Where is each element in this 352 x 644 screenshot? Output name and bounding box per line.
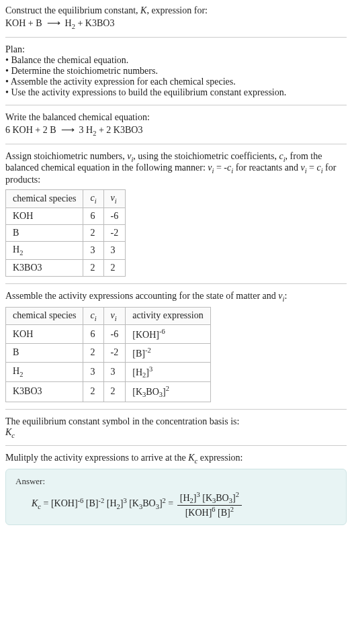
cell-ci: 6 xyxy=(83,325,103,344)
col-ci: ci xyxy=(83,307,103,325)
table-row: K3BO3 2 2 [K3BO3]2 xyxy=(6,382,211,402)
cell-species: H2 xyxy=(6,362,83,381)
balanced: Write the balanced chemical equation: 6 … xyxy=(5,112,347,137)
plan-b2: • Determine the stoichiometric numbers. xyxy=(5,66,347,77)
cell-ci: 2 xyxy=(83,224,103,241)
cell-vi: -2 xyxy=(103,224,126,241)
cell-species: H2 xyxy=(6,241,83,259)
cell-vi: 2 xyxy=(103,382,126,402)
plan-b4: • Use the activity expressions to build … xyxy=(5,87,347,98)
divider xyxy=(5,283,347,284)
activity: Assemble the activity expressions accoun… xyxy=(5,291,347,402)
balanced-intro: Write the balanced chemical equation: xyxy=(5,112,347,123)
cell-ci: 3 xyxy=(83,241,103,259)
cell-vi: -6 xyxy=(103,325,126,344)
answer-numerator: [H2]3 [K3BO3]2 xyxy=(177,491,242,505)
cell-activity: [K3BO3]2 xyxy=(126,382,210,402)
answer-label: Answer: xyxy=(15,476,337,487)
symbol-line1: The equilibrium constant symbol in the c… xyxy=(5,416,347,427)
multiply-intro: Mulitply the activity expressions to arr… xyxy=(5,453,347,465)
cell-species: KOH xyxy=(6,325,83,344)
cell-species: K3BO3 xyxy=(6,259,83,276)
symbol: The equilibrium constant symbol in the c… xyxy=(5,416,347,439)
table-header-row: chemical species ci νi activity expressi… xyxy=(6,307,211,325)
col-ci: ci xyxy=(83,190,103,208)
stoich: Assign stoichiometric numbers, νi, using… xyxy=(5,151,347,277)
table-row: H2 3 3 [H2]3 xyxy=(6,362,211,381)
table-row: H2 3 3 xyxy=(6,241,126,259)
symbol-kc: Kc xyxy=(5,427,347,439)
cell-ci: 6 xyxy=(83,208,103,224)
cell-activity: [H2]3 xyxy=(126,362,210,381)
cell-vi: 2 xyxy=(103,259,126,276)
cell-ci: 2 xyxy=(83,344,103,363)
divider xyxy=(5,144,347,144)
cell-species: KOH xyxy=(6,208,83,224)
stoich-intro: Assign stoichiometric numbers, νi, using… xyxy=(5,151,347,186)
table-row: KOH 6 -6 [KOH]-6 xyxy=(6,325,211,344)
activity-table: chemical species ci νi activity expressi… xyxy=(5,307,211,402)
cell-activity: [B]-2 xyxy=(126,344,210,363)
cell-ci: 2 xyxy=(83,382,103,402)
cell-vi: 3 xyxy=(103,362,126,381)
multiply: Mulitply the activity expressions to arr… xyxy=(5,453,347,465)
table-row: B 2 -2 xyxy=(6,224,126,241)
cell-ci: 3 xyxy=(83,362,103,381)
col-vi: νi xyxy=(103,307,126,325)
cell-ci: 2 xyxy=(83,259,103,276)
cell-vi: -2 xyxy=(103,344,126,363)
answer-fraction: [H2]3 [K3BO3]2 [KOH]6 [B]2 xyxy=(177,491,242,518)
activity-intro: Assemble the activity expressions accoun… xyxy=(5,291,347,303)
plan-title: Plan: xyxy=(5,44,347,55)
cell-species: K3BO3 xyxy=(6,382,83,402)
table-row: KOH 6 -6 xyxy=(6,208,126,224)
prompt-equation: KOH + B ⟶ H2 + K3BO3 xyxy=(5,17,347,30)
plan: Plan: • Balance the chemical equation. •… xyxy=(5,44,347,98)
divider xyxy=(5,37,347,38)
col-species: chemical species xyxy=(6,307,83,325)
table-header-row: chemical species ci νi xyxy=(6,190,126,208)
cell-species: B xyxy=(6,224,83,241)
answer-box: Answer: Kc = [KOH]-6 [B]-2 [H2]3 [K3BO3]… xyxy=(5,469,347,525)
plan-b3: • Assemble the activity expression for e… xyxy=(5,77,347,87)
prompt-line1: Construct the equilibrium constant, K, e… xyxy=(5,5,347,16)
col-species: chemical species xyxy=(6,190,83,208)
col-vi: νi xyxy=(103,190,126,208)
answer-expression: Kc = [KOH]-6 [B]-2 [H2]3 [K3BO3]2 = [H2]… xyxy=(15,491,337,518)
col-activity: activity expression xyxy=(126,307,210,325)
table-row: K3BO3 2 2 xyxy=(6,259,126,276)
divider xyxy=(5,445,347,446)
answer-denominator: [KOH]6 [B]2 xyxy=(177,506,242,518)
cell-vi: 3 xyxy=(103,241,126,259)
table-row: B 2 -2 [B]-2 xyxy=(6,344,211,363)
prompt: Construct the equilibrium constant, K, e… xyxy=(5,5,347,30)
cell-activity: [KOH]-6 xyxy=(126,325,210,344)
divider xyxy=(5,409,347,410)
cell-species: B xyxy=(6,344,83,363)
balanced-equation: 6 KOH + 2 B ⟶ 3 H2 + 2 K3BO3 xyxy=(5,124,347,137)
divider xyxy=(5,105,347,105)
cell-vi: -6 xyxy=(103,208,126,224)
plan-b1: • Balance the chemical equation. xyxy=(5,55,347,66)
stoich-table: chemical species ci νi KOH 6 -6 B 2 -2 H… xyxy=(5,189,126,277)
